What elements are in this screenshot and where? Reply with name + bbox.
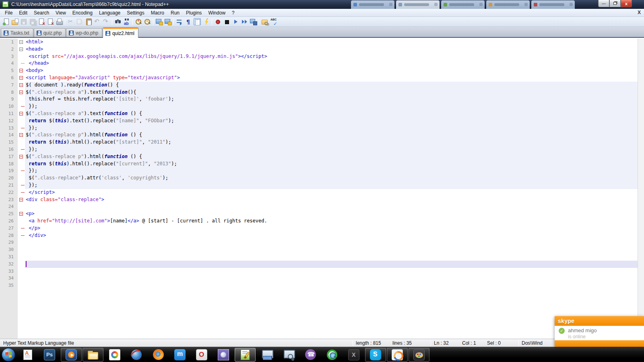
menu-item-window[interactable]: Window [205,9,229,16]
taskbar-app-frontpage[interactable] [213,348,234,362]
taskbar-app-photoshop[interactable] [39,348,60,362]
undo-icon[interactable] [94,18,101,25]
tab-close-icon[interactable] [570,3,573,6]
code-line-2[interactable]: 2<head> [0,46,638,53]
code-line-12[interactable]: 12 return $(this).text().replace("[name]… [0,117,638,125]
background-browser-tab[interactable] [486,0,530,9]
code-text[interactable] [25,261,638,268]
code-text[interactable]: <a href="http://[site].com">[name]</a> @… [25,218,638,225]
taskbar-app-maxthon[interactable] [169,348,190,362]
code-text[interactable] [25,268,638,275]
taskbar-app-remote-keyboard[interactable] [256,348,277,362]
code-line-22[interactable]: 22 </script> [0,189,638,196]
code-line-25[interactable]: 25<p> [0,210,638,218]
menu-item-run[interactable]: Run [167,9,183,16]
fold-toggle-icon[interactable] [19,212,23,216]
taskbar-app-palette[interactable] [409,348,429,362]
code-line-33[interactable]: 33 [0,268,638,275]
print-icon[interactable] [56,18,63,25]
code-text[interactable]: }); [25,182,638,189]
code-text[interactable]: <script language="JavaScript" type="text… [25,74,638,82]
code-line-21[interactable]: 21 }); [0,182,638,189]
close-all-icon[interactable] [47,18,54,25]
code-text[interactable]: </script> [25,189,638,196]
code-line-27[interactable]: 27 </p> [0,225,638,232]
code-line-31[interactable]: 31 [0,253,638,261]
menu-item-edit[interactable]: Edit [16,9,31,16]
background-browser-tab[interactable] [441,0,485,9]
close-button[interactable]: x [621,0,632,7]
code-text[interactable] [25,239,638,246]
taskbar-app-foxtab[interactable] [387,348,408,362]
close-file-icon[interactable] [38,18,45,25]
code-line-34[interactable]: 34 [0,275,638,282]
code-line-15[interactable]: 15 return $(this).html().replace("[start… [0,139,638,146]
macro-record-icon[interactable] [214,18,221,25]
tab-close-icon[interactable] [524,3,528,6]
folder-link-icon[interactable] [261,18,268,25]
notepad-plus-plus-app-icon[interactable] [2,1,8,7]
code-text[interactable]: <html> [25,39,638,46]
code-text[interactable]: this.href = this.href.replace('[site]', … [25,96,638,103]
taskbar-app-google[interactable] [104,348,125,362]
code-text[interactable]: </head> [25,60,638,67]
taskbar-app-globe-browser[interactable] [126,348,147,362]
code-line-13[interactable]: 13 }); [0,125,638,132]
doc-tab-Tasks-txt[interactable]: Tasks.txt [1,28,33,37]
code-text[interactable]: </p> [25,225,638,232]
fold-toggle-icon[interactable] [19,90,23,94]
copy-icon[interactable] [76,18,83,25]
sync-vertical-icon[interactable] [155,18,163,25]
editor-empty-area[interactable] [25,289,638,339]
taskbar-app-viber[interactable] [300,348,321,362]
replace-icon[interactable] [123,18,130,25]
code-line-26[interactable]: 26 <a href="http://[site].com">[name]</a… [0,218,638,225]
save-all-icon[interactable] [29,18,36,25]
code-line-5[interactable]: 5<body> [0,67,638,74]
doc-tab-wp-do-php[interactable]: wp-do.php [66,28,102,37]
menu-item-view[interactable]: View [52,9,69,16]
taskbar-app-notepad-plus-plus[interactable] [235,348,256,362]
taskbar-app-explorer[interactable] [83,348,103,362]
code-text[interactable]: $(".class-replace p").html(function () { [25,132,638,139]
code-line-11[interactable]: 11$(".class-replace a").text(function ()… [0,110,638,117]
show-all-characters-icon[interactable] [185,18,192,25]
code-line-7[interactable]: 7$( document ).ready(function() { [0,82,638,89]
taskbar-app-green-search[interactable] [322,348,343,362]
code-text[interactable]: $(".class-replace p").html(function () { [25,153,638,160]
code-line-4[interactable]: 4 </head> [0,60,638,67]
code-line-18[interactable]: 18 return $(this).html().replace("[curre… [0,160,638,168]
background-browser-tab[interactable] [396,0,440,9]
code-line-30[interactable]: 30 [0,246,638,253]
macro-save-icon[interactable] [250,18,257,25]
code-text[interactable]: }); [25,125,638,132]
code-text[interactable] [25,203,638,210]
code-text[interactable]: <head> [25,46,638,53]
code-line-1[interactable]: 1<html> [0,39,638,46]
code-line-9[interactable]: 9 this.href = this.href.replace('[site]'… [0,96,638,103]
taskbar-app-skype[interactable] [365,348,386,362]
menu-item-encoding[interactable]: Encoding [69,9,96,16]
macro-run-multiple-icon[interactable] [241,18,248,25]
code-text[interactable] [25,246,638,253]
code-line-17[interactable]: 17$(".class-replace p").html(function ()… [0,153,638,160]
restore-button[interactable] [609,0,621,7]
start-button[interactable] [1,348,17,362]
code-text[interactable]: return $(this).text().replace("[name]", … [25,117,638,125]
cut-icon[interactable] [67,18,74,25]
code-text[interactable] [25,282,638,289]
new-file-icon[interactable] [2,18,10,25]
code-text[interactable]: }); [25,103,638,110]
background-browser-tab[interactable] [531,0,575,9]
code-text[interactable]: </div> [25,232,638,239]
code-line-28[interactable]: 28 </div> [0,232,638,239]
tab-close-icon[interactable] [479,3,483,6]
editor-vertical-scrollbar[interactable] [638,39,644,339]
code-line-35[interactable]: 35 [0,282,638,289]
code-line-3[interactable]: 3 <script src="//ajax.googleapis.com/aja… [0,53,638,60]
code-text[interactable]: <div class="class-replace"> [25,196,638,204]
redo-icon[interactable] [103,18,110,25]
code-text[interactable]: $(".class-replace").attr('class', 'copyr… [25,175,638,182]
fold-toggle-icon[interactable] [19,40,23,44]
code-line-29[interactable]: 29 [0,239,638,246]
